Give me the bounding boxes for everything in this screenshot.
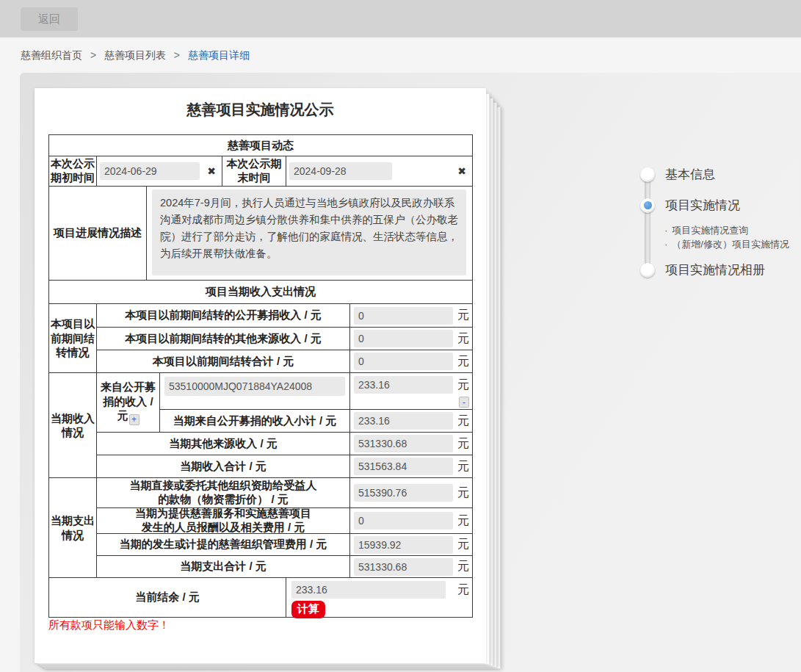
expense-grant-input[interactable] [354, 484, 453, 502]
start-date-label: 本次公示期初时间 [49, 156, 96, 186]
expense-total-input[interactable] [354, 558, 453, 576]
publicity-table: 慈善项目动态 本次公示期初时间 ✖ 本次公示期末时间 ✖ 项目进展情况描述 20… [48, 134, 473, 618]
clear-end-date-icon[interactable]: ✖ [457, 165, 466, 177]
other-income-label: 当期其他来源收入 / 元 [97, 433, 349, 455]
public-income-input[interactable] [354, 376, 453, 394]
unit-label: 元 [457, 485, 469, 501]
unit-label: 元 [457, 537, 469, 552]
expense-group-label: 当期支出情况 [49, 478, 96, 577]
carryover-public-input[interactable] [354, 307, 453, 325]
step-node-icon-active [640, 198, 655, 213]
breadcrumb-project-detail[interactable]: 慈善项目详细 [188, 49, 250, 61]
publicity-form-card: 慈善项目实施情况公示 慈善项目动态 本次公示期初时间 ✖ 本次公示期末时间 ✖ … [35, 88, 486, 663]
step-node-icon [640, 167, 655, 182]
expense-admin-label: 当期的发生或计提的慈善组织管理费用 / 元 [97, 534, 349, 555]
step-node-icon [640, 263, 655, 278]
carryover-total-label: 本项目以前期间结转合计 / 元 [97, 350, 349, 372]
end-date-label: 本次公示期末时间 [222, 156, 286, 186]
bullet-icon: · [664, 239, 667, 250]
unit-label: 元 [457, 459, 469, 474]
step-track [645, 173, 650, 276]
finance-section-header: 项目当期收入支出情况 [49, 280, 472, 303]
income-total-label: 当期收入合计 / 元 [97, 455, 349, 477]
unit-label: 元 [457, 413, 469, 429]
carryover-total-input[interactable] [354, 353, 453, 370]
clear-start-date-icon[interactable]: ✖ [207, 165, 216, 177]
public-subtotal-label: 当期来自公开募捐的收入小计 / 元 [160, 410, 349, 432]
breadcrumb-home[interactable]: 慈善组织首页 [21, 49, 82, 61]
calculate-button[interactable]: 计算 [291, 601, 325, 618]
expense-staff-label: 当期为提供慈善服务和实施慈善项目 发生的人员报酬以及相关费用 / 元 [97, 508, 349, 533]
expense-admin-input[interactable] [354, 536, 453, 554]
top-bar: 返回 [0, 0, 801, 37]
sidebar-item-implementation-album[interactable]: 项目实施情况相册 [640, 261, 765, 278]
carryover-other-input[interactable] [354, 330, 453, 347]
unit-label: 元 [457, 436, 469, 452]
breadcrumb-separator: > [174, 49, 180, 61]
step-label[interactable]: 项目实施情况相册 [665, 261, 765, 278]
income-group-label: 当期收入情况 [49, 373, 96, 477]
dynamics-section-header: 慈善项目动态 [49, 135, 472, 156]
unit-label: 元 [457, 559, 469, 574]
start-date-input[interactable] [100, 162, 200, 180]
unit-label: 元 [457, 308, 469, 323]
sidebar-item-implementation[interactable]: 项目实施情况 [640, 197, 740, 214]
public-subtotal-input[interactable] [354, 412, 453, 430]
back-button[interactable]: 返回 [21, 7, 78, 31]
carryover-group-label: 本项目以前期间结转情况 [49, 304, 96, 372]
remove-income-row-button[interactable]: - [459, 397, 469, 408]
expense-total-label: 当期支出合计 / 元 [97, 556, 349, 577]
progress-description-textarea[interactable]: 2024年7-9月间，执行人员通过与当地乡镇政府以及民政办联系沟通对成都市周边乡… [152, 189, 466, 275]
breadcrumb-separator: > [90, 49, 96, 61]
page-title: 慈善项目实施情况公示 [35, 100, 486, 120]
carryover-other-label: 本项目以前期间结转的其他来源收入 / 元 [97, 328, 349, 350]
breadcrumb: 慈善组织首页 > 慈善项目列表 > 慈善项目详细 [21, 49, 255, 62]
balance-input[interactable] [291, 581, 446, 599]
public-income-label: 来自公开募捐的收入 / 元+ [97, 373, 159, 432]
credit-code-input[interactable] [164, 377, 345, 396]
unit-label: 元 [457, 513, 469, 529]
step-label[interactable]: 基本信息 [665, 166, 715, 183]
sidebar-subitem-implementation-query[interactable]: ·项目实施情况查询 [664, 224, 748, 237]
step-label[interactable]: 项目实施情况 [665, 197, 740, 214]
unit-label: 元 [457, 377, 469, 393]
unit-label: 元 [457, 582, 469, 598]
expense-grant-label: 当期直接或委托其他组织资助给受益人 的款物（物资需折价） / 元 [97, 478, 349, 507]
unit-label: 元 [457, 354, 469, 369]
sidebar-item-basic-info[interactable]: 基本信息 [640, 166, 715, 183]
breadcrumb-project-list[interactable]: 慈善项目列表 [104, 49, 166, 61]
other-income-input[interactable] [354, 435, 453, 452]
expense-staff-input[interactable] [354, 512, 453, 530]
validation-note: 所有款项只能输入数字！ [48, 618, 170, 632]
bullet-icon: · [664, 225, 667, 236]
add-income-row-button[interactable]: + [129, 414, 139, 425]
progress-description-label: 项目进展情况描述 [49, 187, 146, 280]
unit-label: 元 [457, 331, 469, 347]
balance-label: 当前结余 / 元 [49, 578, 286, 617]
income-total-input[interactable] [354, 458, 453, 475]
carryover-public-label: 本项目以前期间结转的公开募捐收入 / 元 [97, 304, 349, 327]
end-date-input[interactable] [289, 162, 392, 180]
sidebar-subitem-implementation-edit[interactable]: ·（新增/修改）项目实施情况 [664, 238, 789, 251]
